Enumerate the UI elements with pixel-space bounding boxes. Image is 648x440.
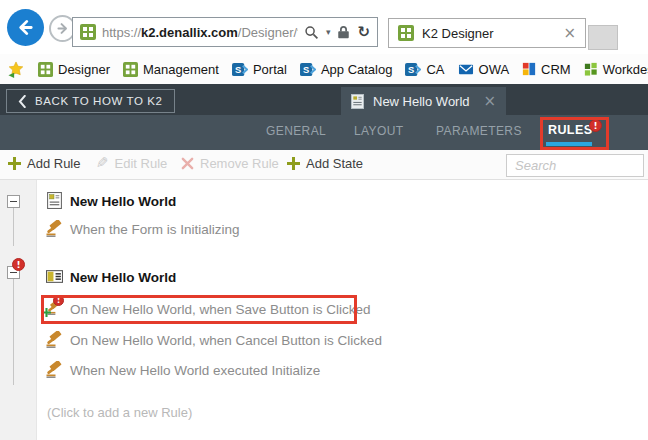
- collapse-toggle-section-1[interactable]: [7, 195, 20, 208]
- svg-text:S: S: [303, 64, 309, 74]
- favorite-label: OWA: [479, 62, 510, 77]
- chevron-down-icon[interactable]: ▾: [326, 27, 331, 37]
- search-icon[interactable]: [304, 25, 319, 40]
- sharepoint-icon: S: [300, 62, 316, 77]
- back-to-how-to-k2-button[interactable]: BACK TO HOW TO K2: [6, 89, 175, 113]
- chevron-left-icon: [18, 95, 26, 108]
- tab-general[interactable]: GENERAL: [266, 124, 326, 138]
- svg-text:S: S: [235, 64, 241, 74]
- add-state-label: Add State: [306, 156, 363, 171]
- rule-error-badge: !: [53, 295, 64, 306]
- favorite-label: Workdesk: [603, 62, 648, 77]
- favorite-label: CA: [426, 62, 444, 77]
- favorites-bar: Designer Management S Portal S App Catal…: [0, 54, 648, 84]
- url-path: /Designer/?#app=: [238, 25, 298, 40]
- favorite-crm[interactable]: CRM: [522, 62, 571, 77]
- add-rule-label: Add Rule: [27, 156, 80, 171]
- section-error-badge: !: [12, 258, 25, 271]
- gavel-error-rule-icon: !: [44, 297, 65, 318]
- active-tab-underline: [546, 142, 592, 146]
- add-rule-button[interactable]: Add Rule: [8, 156, 80, 171]
- tree-line: [13, 208, 14, 246]
- favorite-management[interactable]: Management: [123, 62, 219, 77]
- view-icon: [46, 268, 63, 285]
- minus-icon: [10, 272, 17, 273]
- rule-item[interactable]: When New Hello World executed Initialize: [70, 363, 320, 378]
- gavel-rule-icon: [46, 361, 63, 378]
- browser-tab[interactable]: K2 Designer ×: [388, 18, 586, 48]
- form-icon: [46, 192, 63, 209]
- favorite-app-catalog[interactable]: S App Catalog: [300, 62, 393, 77]
- new-tab-button[interactable]: [588, 25, 618, 50]
- tab-title: K2 Designer: [422, 26, 555, 41]
- tree-line: [13, 279, 14, 385]
- tab-rules[interactable]: RULES: [548, 123, 592, 137]
- search-input[interactable]: [506, 154, 644, 177]
- gavel-rule-icon: [46, 220, 63, 237]
- remove-x-icon: [181, 157, 194, 170]
- plus-icon: [287, 157, 300, 170]
- lock-icon: [337, 25, 350, 39]
- favorite-workdesk[interactable]: Workdesk: [584, 62, 648, 77]
- section-title-view: New Hello World: [70, 270, 176, 285]
- edit-rule-label: Edit Rule: [115, 156, 168, 171]
- mail-icon: [458, 62, 474, 77]
- favorite-portal[interactable]: S Portal: [232, 62, 287, 77]
- form-document-icon: [351, 94, 364, 109]
- edit-rule-button: ✎ Edit Rule: [96, 156, 167, 171]
- pencil-icon: ✎: [96, 156, 109, 171]
- remove-rule-button: Remove Rule: [181, 156, 279, 171]
- section-title-form: New Hello World: [70, 194, 176, 209]
- rules-error-badge: !: [589, 119, 602, 132]
- k2-icon: [38, 62, 53, 77]
- browser-back-button[interactable]: [7, 9, 44, 46]
- tab-close-icon[interactable]: ×: [563, 26, 576, 41]
- forward-arrow-icon: [55, 21, 70, 36]
- tab-parameters[interactable]: PARAMETERS: [436, 124, 522, 138]
- favorite-label: Portal: [253, 62, 287, 77]
- url-scheme: https://: [102, 25, 141, 40]
- url-text[interactable]: https://k2.denallix.com/Designer/?#app=: [102, 25, 298, 40]
- k2-icon: [123, 62, 138, 77]
- favorite-owa[interactable]: OWA: [458, 62, 510, 77]
- svg-text:S: S: [408, 64, 414, 74]
- favorite-ca[interactable]: S CA: [405, 62, 444, 77]
- tab-layout[interactable]: LAYOUT: [354, 124, 404, 138]
- plus-icon: [8, 157, 21, 170]
- sharepoint-icon: S: [405, 62, 421, 77]
- site-favicon-k2: [80, 24, 96, 40]
- favorite-designer[interactable]: Designer: [38, 62, 110, 77]
- rule-item[interactable]: When the Form is Initializing: [70, 222, 240, 237]
- minus-icon: [10, 201, 17, 202]
- refresh-icon[interactable]: ↻: [357, 23, 370, 41]
- back-to-label: BACK TO HOW TO K2: [35, 95, 163, 107]
- address-bar[interactable]: https://k2.denallix.com/Designer/?#app= …: [72, 17, 378, 47]
- sharepoint-icon: S: [232, 62, 248, 77]
- url-domain: k2.denallix.com: [141, 25, 238, 40]
- back-arrow-icon: [15, 17, 36, 38]
- favorite-label: Designer: [58, 62, 110, 77]
- document-tab-title: New Hello World: [373, 94, 474, 109]
- tab-favicon-k2: [398, 25, 414, 41]
- browser-chrome: https://k2.denallix.com/Designer/?#app= …: [0, 0, 648, 54]
- favorite-label: Management: [143, 62, 219, 77]
- rule-item-error[interactable]: On New Hello World, when Save Button is …: [70, 302, 371, 317]
- favorite-label: App Catalog: [321, 62, 393, 77]
- crm-icon: [522, 62, 536, 76]
- rule-item[interactable]: On New Hello World, when Cancel Button i…: [70, 333, 382, 348]
- workdesk-icon: [584, 62, 598, 76]
- document-tab-close-icon[interactable]: ×: [483, 94, 496, 109]
- plus-icon: [42, 308, 51, 317]
- add-state-button[interactable]: Add State: [287, 156, 363, 171]
- gavel-rule-icon: [46, 331, 63, 348]
- add-rule-hint[interactable]: (Click to add a new Rule): [47, 405, 192, 420]
- favorite-label: CRM: [541, 62, 571, 77]
- remove-rule-label: Remove Rule: [200, 156, 279, 171]
- tree-gutter: [0, 180, 37, 440]
- document-tab-new-hello-world[interactable]: New Hello World ×: [341, 87, 506, 115]
- favorites-star-icon[interactable]: [7, 61, 25, 78]
